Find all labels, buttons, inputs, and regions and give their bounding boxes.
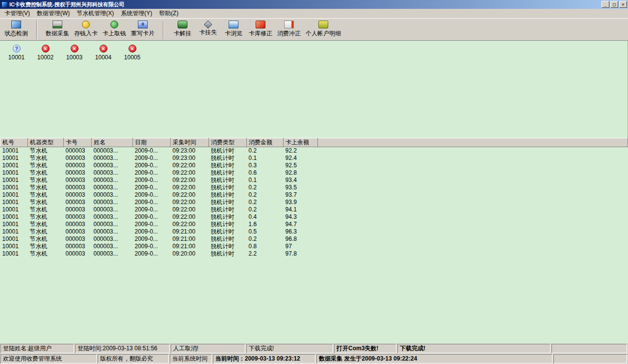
menu-item[interactable]: 节水机管理(X) (73, 8, 117, 19)
table-row[interactable]: 10001节水机000003000003...2009-0...09:20:00… (0, 250, 628, 258)
table-row[interactable]: 10001节水机000003000003...2009-0...09:23:00… (0, 155, 628, 162)
table-cell: 09:21:00 (171, 243, 209, 250)
table-cell: 0.1 (247, 155, 284, 162)
column-header[interactable]: 消费类型 (209, 138, 247, 147)
toolbar-button[interactable]: 卡上取钱 (100, 20, 129, 40)
toolbar-button[interactable]: 存钱入卡 (72, 20, 100, 40)
toolbar-button[interactable]: 卡解挂 (170, 20, 195, 40)
column-header[interactable]: 消费金额 (247, 138, 284, 147)
menu-item[interactable]: 帮助(Z) (156, 8, 182, 19)
table-cell: 节水机 (28, 243, 64, 250)
menu-item[interactable]: 卡管理(V) (1, 8, 33, 19)
status-bar-top: 登陆姓名:超级用户 登陆时间:2009-03-13 08:51:56 人工取消!… (0, 343, 628, 354)
table-cell: 0.8 (247, 243, 284, 250)
table-row[interactable]: 10001节水机000003000003...2009-0...09:22:00… (0, 184, 628, 191)
toolbar-button[interactable]: 重写卡片 (129, 20, 157, 40)
table-cell: 000003 (64, 206, 92, 213)
status-cell: 当前时间：2009-03-13 09:23:12 (213, 354, 315, 364)
table-cell (318, 169, 628, 177)
table-cell (318, 184, 628, 191)
table-cell: 96.3 (284, 228, 318, 235)
toolbar-button-icon (284, 21, 294, 28)
table-cell: 2.2 (247, 250, 284, 258)
device-label: 10004 (95, 54, 111, 61)
toolbar-button[interactable]: 数据采集 (43, 20, 72, 40)
toolbar-button[interactable]: 个人帐户明细 (303, 20, 343, 40)
table-cell: 10001 (0, 169, 28, 177)
table-row[interactable]: 10001节水机000003000003...2009-0...09:21:00… (0, 235, 628, 243)
table-cell: 节水机 (28, 213, 64, 221)
toolbar-button[interactable]: 状态检测 (2, 20, 30, 40)
table-row[interactable]: 10001节水机000003000003...2009-0...09:22:00… (0, 162, 628, 169)
column-header[interactable]: 机号 (0, 138, 28, 147)
column-header[interactable]: 采集时间 (171, 138, 209, 147)
table-cell (318, 147, 628, 155)
table-cell: 000003 (64, 199, 92, 206)
minimize-button[interactable]: _ (602, 1, 609, 8)
column-header[interactable]: 姓名 (92, 138, 133, 147)
table-cell: 1.6 (247, 221, 284, 228)
table-cell (318, 250, 628, 258)
device-item[interactable]: 10003 (63, 45, 86, 61)
table-cell: 94.1 (284, 206, 318, 213)
toolbar-button[interactable]: 卡浏览 (221, 20, 246, 40)
table-cell: 2009-0... (133, 221, 171, 228)
device-item[interactable]: 10001 (5, 45, 28, 61)
table-cell: 000003 (64, 191, 92, 199)
table-row[interactable]: 10001节水机000003000003...2009-0...09:21:00… (0, 243, 628, 250)
table-cell: 09:22:00 (171, 199, 209, 206)
menu-item[interactable]: 数据管理(W) (33, 8, 73, 19)
status-cell: 登陆姓名:超级用户 (0, 344, 74, 353)
toolbar-button-label: 卡浏览 (225, 29, 242, 38)
toolbar-button[interactable]: 消费冲正 (275, 20, 303, 40)
table-cell: 2009-0... (133, 162, 171, 169)
table-row[interactable]: 10001节水机000003000003...2009-0...09:23:00… (0, 147, 628, 155)
toolbar-separator (36, 21, 37, 39)
close-button[interactable]: × (619, 1, 627, 8)
restore-button[interactable]: □ (610, 1, 618, 8)
table-row[interactable]: 10001节水机000003000003...2009-0...09:22:00… (0, 177, 628, 184)
toolbar-button[interactable]: 卡挂失 (195, 20, 221, 40)
title-bar[interactable]: IC卡收费控制系统-授权于郑州兴邦科技有限公司 _ □ × (0, 0, 628, 9)
table-cell (318, 221, 628, 228)
menu-item[interactable]: 系统管理(Y) (117, 8, 156, 19)
column-header[interactable]: 卡号 (64, 138, 92, 147)
table-row[interactable]: 10001节水机000003000003...2009-0...09:22:00… (0, 191, 628, 199)
column-header[interactable]: 机器类型 (28, 138, 64, 147)
toolbar-button[interactable]: 卡库修正 (246, 20, 275, 40)
table-row[interactable]: 10001节水机000003000003...2009-0...09:22:00… (0, 206, 628, 213)
table-cell: 节水机 (28, 250, 64, 258)
column-header[interactable]: 日期 (133, 138, 171, 147)
table-row[interactable]: 10001节水机000003000003...2009-0...09:22:00… (0, 199, 628, 206)
table-cell: 10001 (0, 177, 28, 184)
table-cell: 94.7 (284, 221, 318, 228)
table-cell: 脱机计时 (209, 162, 247, 169)
table-row[interactable]: 10001节水机000003000003...2009-0...09:22:00… (0, 213, 628, 221)
table-cell: 92.4 (284, 155, 318, 162)
table-cell: 000003 (64, 155, 92, 162)
table-row[interactable]: 10001节水机000003000003...2009-0...09:22:00… (0, 221, 628, 228)
toolbar-button-icon (229, 21, 238, 28)
table-cell: 000003 (64, 162, 92, 169)
table-cell: 10001 (0, 191, 28, 199)
column-header-filler (318, 138, 628, 147)
column-header[interactable]: 卡上余额 (284, 138, 318, 147)
table-cell: 000003... (92, 147, 133, 155)
table-cell: 2009-0... (133, 199, 171, 206)
toolbar-button-label: 重写卡片 (131, 29, 155, 38)
table-cell: 92.8 (284, 169, 318, 177)
table-row[interactable]: 10001节水机000003000003...2009-0...09:21:00… (0, 228, 628, 235)
table-cell: 节水机 (28, 191, 64, 199)
table-row[interactable]: 10001节水机000003000003...2009-0...09:22:00… (0, 169, 628, 177)
device-panel: 10001 10002 10003 10004 (0, 41, 628, 138)
device-item[interactable]: 10005 (121, 45, 144, 61)
toolbar-button-label: 卡解挂 (174, 29, 191, 38)
device-item[interactable]: 10004 (92, 45, 115, 61)
toolbar-button-label: 存钱入卡 (74, 29, 98, 38)
table-cell: 93.5 (284, 184, 318, 191)
table-cell (318, 155, 628, 162)
table-cell: 09:23:00 (171, 147, 209, 155)
table-cell: 09:22:00 (171, 177, 209, 184)
toolbar-button-icon (178, 21, 187, 28)
device-item[interactable]: 10002 (34, 45, 57, 61)
